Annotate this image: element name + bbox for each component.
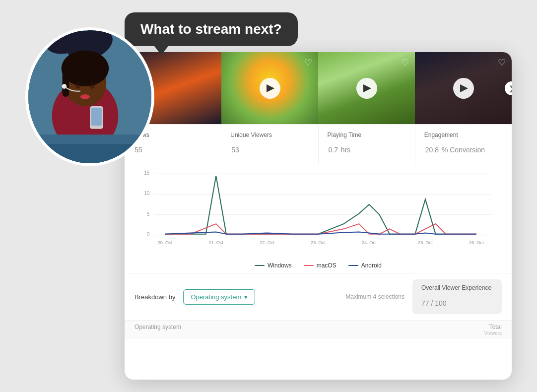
svg-text:15: 15: [144, 170, 150, 176]
stat-playing-time: Playing Time 0.7 hrs: [319, 125, 415, 164]
svg-text:25. Oct: 25. Oct: [418, 240, 433, 245]
speech-bubble: What to stream next?: [125, 12, 298, 46]
thumbnail-4[interactable]: ♡: [415, 52, 512, 124]
viewer-exp-title: Overall Viewer Experience: [421, 284, 493, 291]
legend-macos: macOS: [304, 262, 336, 269]
svg-text:24. Oct: 24. Oct: [362, 240, 377, 245]
viewer-experience-card: Overall Viewer Experience 77 / 100: [412, 279, 502, 314]
speech-bubble-text: What to stream next?: [140, 21, 282, 37]
max-selections-label: Maximum 4 selections: [263, 293, 404, 300]
svg-point-9: [80, 94, 90, 99]
legend-macos-label: macOS: [317, 262, 336, 269]
svg-text:26. Oct: 26. Oct: [469, 240, 484, 245]
legend-windows: Windows: [255, 262, 292, 269]
stat-unique-label: Unique Viewers: [230, 131, 309, 138]
legend-windows-dot: [255, 265, 265, 266]
stat-playing-value: 0.7 hrs: [328, 140, 406, 156]
play-button-4[interactable]: [453, 78, 474, 99]
svg-text:21. Oct: 21. Oct: [208, 240, 223, 245]
legend-android: Android: [348, 262, 382, 269]
bottom-controls: Breakdown by Operating system ▾ Maximum …: [125, 273, 512, 320]
breakdown-select[interactable]: Operating system ▾: [183, 289, 255, 305]
table-header: Operating system Total Viewers: [125, 320, 512, 339]
table-col-total: Total Viewers: [462, 324, 502, 336]
svg-rect-6: [63, 68, 69, 97]
svg-point-7: [75, 81, 80, 89]
svg-rect-11: [91, 108, 102, 126]
play-button-3[interactable]: [356, 78, 377, 99]
legend-macos-dot: [304, 265, 314, 266]
viewer-exp-score: 77 / 100: [421, 293, 493, 309]
thumbnail-2[interactable]: ♡: [221, 52, 318, 124]
legend-windows-label: Windows: [268, 262, 292, 269]
thumbnails-row: ♡ ♡ ♡ ❯: [125, 52, 512, 124]
stat-unique-viewers: Unique Viewers 53: [221, 125, 318, 164]
stat-unique-value: 53: [230, 140, 309, 156]
table-col-os: Operating system: [134, 324, 462, 336]
breakdown-select-value: Operating system: [191, 293, 241, 301]
svg-point-8: [89, 81, 95, 89]
thumbnail-3[interactable]: ♡: [318, 52, 415, 124]
viewer-exp-max: / 100: [429, 299, 447, 307]
heart-icon-4[interactable]: ♡: [498, 57, 506, 68]
chart-legend: Windows macOS Android: [134, 262, 502, 269]
stat-views-value: 55: [134, 140, 212, 156]
svg-text:20. Oct: 20. Oct: [158, 240, 173, 245]
svg-text:10: 10: [144, 191, 150, 196]
stat-engagement-value: 20.8 % Conversion: [424, 140, 503, 156]
svg-text:0: 0: [147, 232, 150, 237]
stat-engagement-label: Engagement: [424, 131, 503, 138]
svg-text:23. Oct: 23. Oct: [311, 240, 326, 245]
heart-icon-2[interactable]: ♡: [304, 57, 312, 68]
person-image: [25, 27, 154, 166]
stat-engagement: Engagement 20.8 % Conversion: [415, 125, 512, 164]
chart-area: 15 10 5 0 20. Oct 21. Oct 22. Oct 23. Oc…: [125, 164, 512, 273]
legend-android-label: Android: [361, 262, 382, 269]
heart-icon-3[interactable]: ♡: [401, 57, 409, 68]
play-button-2[interactable]: [260, 78, 280, 99]
chevron-down-icon: ▾: [244, 293, 248, 301]
chart-svg: 15 10 5 0 20. Oct 21. Oct 22. Oct 23. Oc…: [134, 169, 502, 258]
stat-views-label: Views: [134, 131, 212, 138]
breakdown-label: Breakdown by: [134, 293, 175, 301]
stats-row: Views 55 Unique Viewers 53 Playing Time …: [125, 124, 512, 164]
scene: What to stream next?: [25, 12, 512, 380]
legend-android-dot: [348, 265, 358, 266]
svg-text:22. Oct: 22. Oct: [260, 240, 274, 245]
svg-text:5: 5: [147, 211, 150, 217]
dashboard-card: ♡ ♡ ♡ ❯ Views 55: [125, 52, 512, 380]
stat-playing-label: Playing Time: [328, 131, 406, 138]
